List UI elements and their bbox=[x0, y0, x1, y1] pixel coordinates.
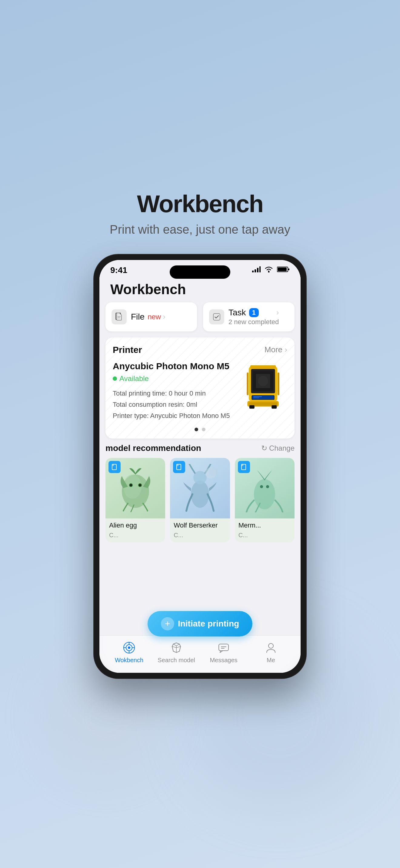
printer-section-title: Printer bbox=[113, 345, 142, 355]
svg-point-35 bbox=[139, 484, 141, 486]
svg-rect-27 bbox=[278, 372, 279, 395]
svg-rect-1 bbox=[255, 269, 256, 272]
printer-section-header: Printer More › bbox=[113, 345, 287, 355]
initiate-printing-label: Initiate printing bbox=[178, 619, 239, 629]
svg-point-34 bbox=[130, 484, 132, 486]
model-card-2[interactable]: Wolf Berserker C... bbox=[170, 458, 230, 542]
workbench-nav-label: Wokbench bbox=[115, 657, 143, 664]
me-nav-label: Me bbox=[267, 657, 275, 664]
status-icons bbox=[252, 266, 290, 275]
page-subtitle: Print with ease, just one tap away bbox=[110, 223, 290, 236]
svg-rect-29 bbox=[112, 464, 114, 466]
task-sub: 2 new completed bbox=[228, 318, 279, 326]
task-chevron: › bbox=[276, 308, 279, 317]
model-section-title: model recommendation bbox=[106, 443, 201, 453]
phone-frame: 9:41 bbox=[94, 254, 306, 678]
svg-rect-7 bbox=[288, 269, 289, 270]
svg-rect-21 bbox=[253, 397, 259, 398]
bookmark-icon-3 bbox=[238, 461, 250, 473]
svg-rect-13 bbox=[250, 365, 276, 369]
search-model-icon bbox=[169, 641, 183, 655]
phone-screen: 9:41 bbox=[99, 260, 301, 673]
dot-2 bbox=[202, 428, 205, 431]
svg-rect-43 bbox=[241, 464, 243, 466]
svg-rect-6 bbox=[278, 268, 287, 271]
svg-point-4 bbox=[268, 271, 270, 272]
messages-icon bbox=[217, 641, 231, 655]
model-sub-2: C... bbox=[170, 532, 230, 542]
task-action-card[interactable]: Task 1 › 2 new completed bbox=[203, 302, 294, 332]
dot-1 bbox=[195, 428, 198, 431]
quick-actions: File new › bbox=[99, 302, 301, 337]
signal-icon bbox=[252, 266, 261, 274]
wifi-icon bbox=[264, 266, 273, 275]
me-icon bbox=[264, 641, 278, 655]
printer-more-button[interactable]: More › bbox=[264, 345, 287, 354]
nav-item-workbench[interactable]: Wokbench bbox=[106, 641, 153, 664]
app-page-title: Workbench bbox=[110, 281, 290, 298]
svg-rect-3 bbox=[259, 266, 261, 272]
svg-point-57 bbox=[268, 644, 273, 648]
stat-line-2: Total consumption resin: 0ml bbox=[113, 399, 233, 410]
plus-icon: + bbox=[161, 617, 174, 630]
model-card-1[interactable]: Alien egg C... bbox=[106, 458, 165, 542]
stat-line-1: Total printing time: 0 hour 0 min bbox=[113, 388, 233, 399]
change-label: Change bbox=[269, 444, 294, 453]
svg-rect-37 bbox=[177, 464, 178, 466]
svg-point-17 bbox=[258, 376, 268, 386]
svg-rect-24 bbox=[249, 405, 255, 408]
pagination-dots bbox=[113, 428, 287, 431]
svg-point-38 bbox=[191, 480, 209, 508]
svg-rect-25 bbox=[272, 405, 277, 408]
dynamic-island bbox=[170, 266, 230, 279]
initiate-printing-button[interactable]: + Initiate printing bbox=[148, 611, 252, 637]
printer-stats: Total printing time: 0 hour 0 min Total … bbox=[113, 388, 233, 422]
page-title: Workbench bbox=[110, 190, 290, 218]
task-badge: 1 bbox=[249, 308, 259, 317]
model-sub-1: C... bbox=[106, 532, 165, 542]
printer-image bbox=[239, 361, 287, 409]
search-model-nav-label: Search model bbox=[158, 657, 195, 664]
file-label: File bbox=[131, 312, 145, 322]
svg-rect-11 bbox=[213, 314, 220, 320]
page-header: Workbench Print with ease, just one tap … bbox=[110, 190, 290, 236]
svg-rect-20 bbox=[253, 396, 262, 397]
model-name-1: Alien egg bbox=[106, 519, 165, 532]
svg-rect-2 bbox=[257, 268, 258, 272]
file-chevron: › bbox=[163, 312, 166, 321]
svg-rect-54 bbox=[219, 644, 228, 651]
stat-line-3: Printer type: Anycubic Photon Mono M5 bbox=[113, 410, 233, 421]
nav-item-search-model[interactable]: Search model bbox=[153, 641, 200, 664]
model-section: model recommendation ↻ Change bbox=[99, 443, 301, 547]
svg-point-46 bbox=[266, 485, 269, 488]
file-badge: new bbox=[148, 313, 161, 321]
battery-icon bbox=[277, 266, 290, 275]
svg-rect-0 bbox=[252, 271, 254, 272]
app-header: Workbench bbox=[99, 275, 301, 302]
svg-point-49 bbox=[128, 647, 130, 649]
model-grid: Alien egg C... bbox=[106, 458, 294, 542]
model-name-2: Wolf Berserker bbox=[170, 519, 230, 532]
printer-card[interactable]: Anycubic Photon Mono M5 Available Total … bbox=[113, 361, 287, 422]
nav-item-messages[interactable]: Messages bbox=[200, 641, 247, 664]
model-section-header: model recommendation ↻ Change bbox=[106, 443, 294, 453]
printer-section: Printer More › Anycubic Photon Mono M5 A… bbox=[106, 337, 294, 438]
model-card-3[interactable]: Merm... C... bbox=[235, 458, 294, 542]
model-sub-3: C... bbox=[235, 532, 294, 542]
svg-rect-26 bbox=[247, 372, 249, 395]
task-icon bbox=[209, 309, 224, 324]
model-change-button[interactable]: ↻ Change bbox=[261, 444, 294, 453]
bookmark-icon-1 bbox=[109, 461, 121, 473]
file-icon bbox=[112, 309, 127, 324]
nav-item-me[interactable]: Me bbox=[247, 641, 294, 664]
bookmark-icon-2 bbox=[173, 461, 185, 473]
status-time: 9:41 bbox=[110, 266, 127, 275]
printer-status: Available bbox=[113, 374, 233, 383]
svg-point-44 bbox=[254, 479, 275, 509]
app-content: Workbench bbox=[99, 275, 301, 547]
file-action-card[interactable]: File new › bbox=[106, 302, 197, 332]
bottom-nav: Wokbench Search model bbox=[99, 635, 301, 673]
svg-rect-19 bbox=[252, 395, 274, 399]
task-label: Task bbox=[228, 308, 246, 317]
svg-point-45 bbox=[260, 485, 263, 488]
